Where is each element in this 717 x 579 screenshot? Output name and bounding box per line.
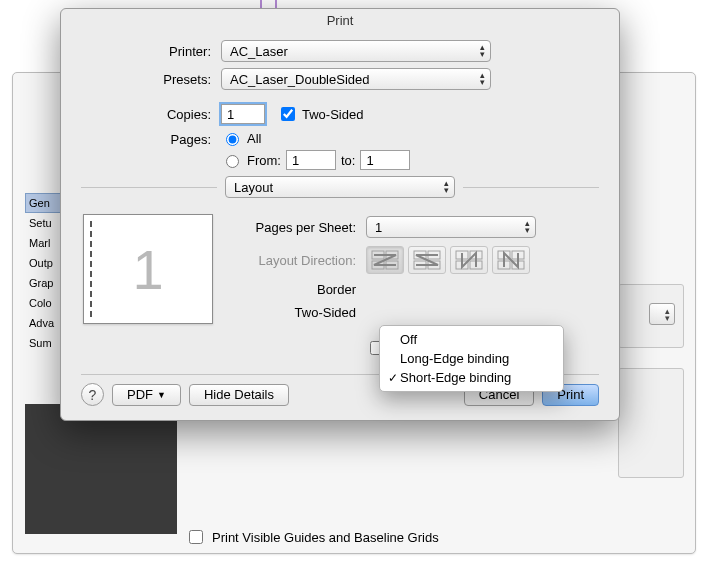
checkmark-icon: ✓: [386, 371, 400, 385]
background-panel: ▴▾: [618, 284, 684, 348]
sidebar-item: Grap: [25, 273, 61, 293]
copies-label: Copies:: [61, 107, 221, 122]
chevron-down-icon: ▼: [157, 390, 166, 400]
pps-select[interactable]: 1 ▴▾: [366, 216, 536, 238]
checkbox-label: Print Visible Guides and Baseline Grids: [212, 530, 439, 545]
updown-icon: ▴▾: [525, 220, 530, 234]
presets-select[interactable]: AC_Laser_DoubleSided ▴▾: [221, 68, 491, 90]
copies-input[interactable]: [221, 104, 265, 124]
layout-dir-revn-icon[interactable]: [492, 246, 530, 274]
pages-all-radio[interactable]: All: [221, 130, 410, 146]
pages-to-input[interactable]: [360, 150, 410, 170]
menu-item-off[interactable]: Off: [380, 330, 563, 349]
layout-dir-n-icon[interactable]: [450, 246, 488, 274]
dialog-title: Print: [61, 9, 619, 34]
sidebar-item: Outp: [25, 253, 61, 273]
sidebar-item: Setu: [25, 213, 61, 233]
layout-direction-label: Layout Direction:: [231, 253, 366, 268]
menu-item-short-edge[interactable]: ✓ Short-Edge binding: [380, 368, 563, 387]
two-sided-option-label: Two-Sided: [231, 305, 366, 320]
layout-dir-z-icon[interactable]: [366, 246, 404, 274]
updown-icon: ▴▾: [480, 44, 485, 58]
sidebar-item: Colo: [25, 293, 61, 313]
printer-label: Printer:: [61, 44, 221, 59]
help-button[interactable]: ?: [81, 383, 104, 406]
layout-preview: 1: [83, 214, 213, 324]
border-label: Border: [231, 282, 366, 297]
pages-from-radio[interactable]: From: to:: [221, 150, 410, 170]
presets-label: Presets:: [61, 72, 221, 87]
pages-label: Pages:: [61, 130, 221, 147]
hide-details-button[interactable]: Hide Details: [189, 384, 289, 406]
background-sidebar: Gen Setu Marl Outp Grap Colo Adva Sum: [25, 193, 61, 353]
print-guides-checkbox[interactable]: Print Visible Guides and Baseline Grids: [185, 527, 439, 547]
section-select[interactable]: Layout ▴▾: [225, 176, 455, 198]
sidebar-item: Gen: [25, 193, 61, 213]
sidebar-item: Sum: [25, 333, 61, 353]
menu-item-long-edge[interactable]: Long-Edge binding: [380, 349, 563, 368]
background-panel: [618, 368, 684, 478]
layout-dir-s-icon[interactable]: [408, 246, 446, 274]
updown-icon: ▴▾: [444, 180, 449, 194]
printer-select[interactable]: AC_Laser ▴▾: [221, 40, 491, 62]
pps-label: Pages per Sheet:: [231, 220, 366, 235]
two-sided-menu: Off Long-Edge binding ✓ Short-Edge bindi…: [379, 325, 564, 392]
background-preview: [25, 404, 177, 534]
two-sided-checkbox[interactable]: Two-Sided: [277, 104, 363, 124]
pages-from-input[interactable]: [286, 150, 336, 170]
checkbox[interactable]: [189, 530, 203, 544]
sidebar-item: Adva: [25, 313, 61, 333]
pdf-button[interactable]: PDF ▼: [112, 384, 181, 406]
sidebar-item: Marl: [25, 233, 61, 253]
updown-icon: ▴▾: [480, 72, 485, 86]
